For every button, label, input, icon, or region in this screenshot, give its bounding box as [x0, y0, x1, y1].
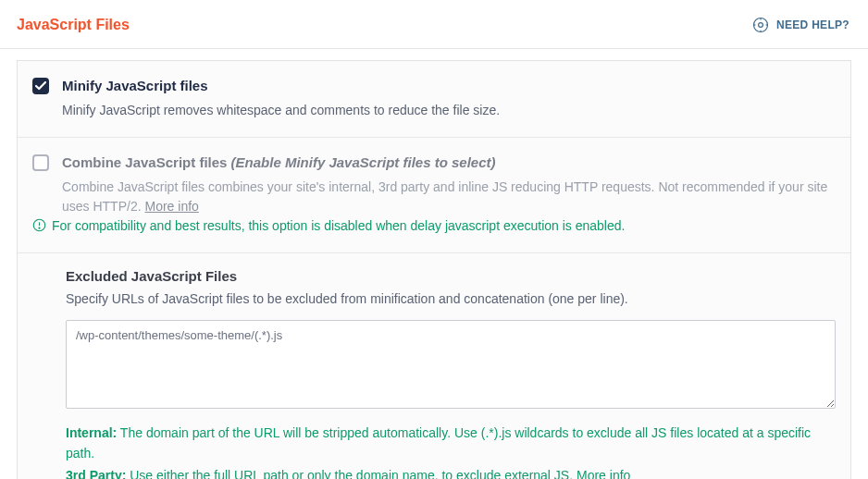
- minify-desc: Minify JavaScript removes whitespace and…: [62, 101, 836, 121]
- hint-internal-text: The domain part of the URL will be strip…: [66, 425, 811, 461]
- help-label: NEED HELP?: [776, 18, 849, 31]
- combine-title: Combine JavaScript files (Enable Minify …: [62, 153, 836, 174]
- svg-point-1: [759, 23, 763, 28]
- warning-icon: [32, 218, 46, 238]
- combine-desc: Combine JavaScript files combines your s…: [62, 178, 836, 217]
- help-link[interactable]: NEED HELP?: [752, 17, 849, 33]
- hint-third: 3rd Party: Use either the full URL path …: [66, 466, 836, 479]
- excluded-hints: Internal: The domain part of the URL wil…: [66, 424, 836, 479]
- excluded-desc: Specify URLs of JavaScript files to be e…: [66, 289, 836, 310]
- hint-internal-label: Internal:: [66, 425, 117, 440]
- combine-title-suffix: (Enable Minify JavaScript files to selec…: [231, 154, 496, 170]
- settings-panel: Minify JavaScript files Minify JavaScrip…: [17, 60, 851, 479]
- combine-title-text: Combine JavaScript files: [62, 154, 227, 170]
- svg-point-0: [753, 18, 767, 32]
- combine-checkbox[interactable]: [32, 154, 49, 171]
- hint-third-label: 3rd Party:: [66, 468, 126, 479]
- hint-third-text: Use either the full URL path or only the…: [126, 468, 577, 479]
- excluded-title: Excluded JavaScript Files: [66, 268, 836, 284]
- setting-minify: Minify JavaScript files Minify JavaScrip…: [18, 61, 850, 138]
- minify-title: Minify JavaScript files: [62, 76, 836, 97]
- combine-more-info-link[interactable]: More info: [144, 199, 198, 214]
- excluded-textarea[interactable]: [66, 320, 836, 409]
- hint-internal: Internal: The domain part of the URL wil…: [66, 424, 836, 463]
- svg-point-8: [39, 227, 40, 228]
- excluded-more-info-link[interactable]: More info: [577, 468, 630, 479]
- combine-notice-text: For compatibility and best results, this…: [52, 217, 625, 236]
- help-icon: [752, 17, 769, 33]
- page-title: JavaScript Files: [17, 17, 130, 33]
- header: JavaScript Files NEED HELP?: [0, 0, 868, 49]
- combine-notice: For compatibility and best results, this…: [18, 217, 850, 252]
- excluded-section: Excluded JavaScript Files Specify URLs o…: [18, 253, 850, 479]
- setting-combine: Combine JavaScript files (Enable Minify …: [18, 138, 850, 217]
- minify-checkbox[interactable]: [32, 78, 49, 94]
